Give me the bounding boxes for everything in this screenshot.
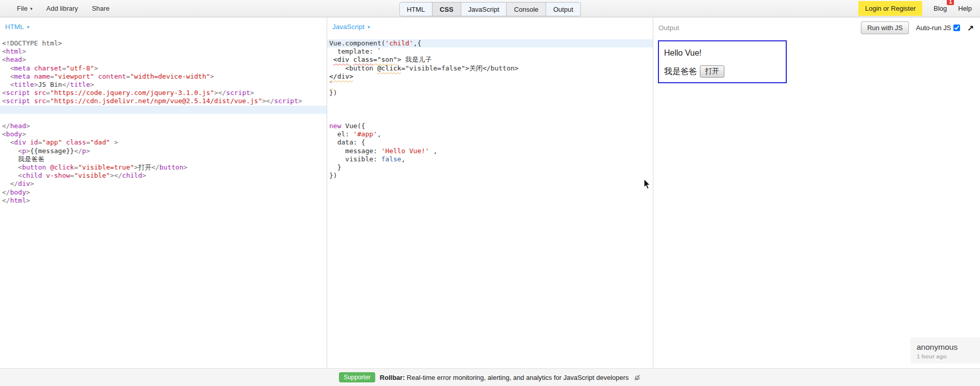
panel-tabs: HTMLCSSJavaScriptConsoleOutput xyxy=(399,2,581,16)
login-register-button[interactable]: Login or Register xyxy=(858,1,922,16)
code-line xyxy=(0,106,327,114)
code-line: new Vue({ xyxy=(327,122,653,130)
blog-link-label: Blog xyxy=(933,5,947,12)
output-header: Output Run with JS Auto-run JS ↗ xyxy=(653,17,980,34)
chevron-down-icon: ▾ xyxy=(30,6,33,11)
bin-timestamp: 1 hour ago xyxy=(917,353,974,359)
code-line: data: { xyxy=(327,138,653,147)
code-line xyxy=(327,106,653,114)
code-line: <meta charset="utf-8"> xyxy=(0,64,327,73)
panels-container: HTML ▾ <!DOCTYPE html><html><head> <meta… xyxy=(0,17,980,369)
html-editor[interactable]: <!DOCTYPE html><html><head> <meta charse… xyxy=(0,39,327,205)
bin-info-card: anonymous 1 hour ago xyxy=(910,337,980,364)
code-line: <div id="app" class="dad" > xyxy=(0,138,327,147)
javascript-panel: JavaScript ▾ Vue.component('child',{ tem… xyxy=(327,17,653,369)
code-line: ` xyxy=(327,81,653,89)
autorun-checkbox[interactable] xyxy=(953,25,960,31)
code-line: <button @click="visible=true">打开</button… xyxy=(0,163,327,172)
code-line: <body> xyxy=(0,130,327,138)
autorun-label: Auto-run JS xyxy=(916,24,951,32)
file-menu[interactable]: File ▾ xyxy=(17,5,32,12)
supporter-badge[interactable]: Supporter xyxy=(339,372,375,382)
output-preview-dad-box: Hello Vue! 我是爸爸 打开 xyxy=(658,40,787,83)
tab-css[interactable]: CSS xyxy=(432,3,461,16)
code-line: </div> xyxy=(0,180,327,188)
sponsor-ad-link[interactable]: Rollbar: Real-time error monitoring, ale… xyxy=(380,374,629,381)
chevron-down-icon: ▾ xyxy=(27,25,30,30)
code-line: <div class="son"> 我是儿子 xyxy=(327,56,653,64)
toolbar: File ▾ Add library Share HTMLCSSJavaScri… xyxy=(0,0,980,17)
code-line: <script src="https://code.jquery.com/jqu… xyxy=(0,89,327,97)
file-menu-label: File xyxy=(17,5,28,12)
code-line: el: '#app', xyxy=(327,130,653,138)
bin-author: anonymous xyxy=(917,343,974,352)
code-line: }) xyxy=(327,172,653,180)
code-line: <title>JS Bin</title> xyxy=(0,81,327,89)
sponsor-text: Real-time error monitoring, alerting, an… xyxy=(405,374,629,381)
code-line: <script src="https://cdn.jsdelivr.net/np… xyxy=(0,97,327,105)
blog-link[interactable]: Blog 1 xyxy=(933,5,947,12)
open-in-new-window-icon[interactable]: ↗ xyxy=(967,23,974,33)
code-line: <p>{{message}}</p> xyxy=(0,147,327,155)
output-panel: Output Run with JS Auto-run JS ↗ Hello V… xyxy=(653,17,980,369)
html-panel-title: HTML xyxy=(5,23,24,31)
code-line: <head> xyxy=(0,56,327,64)
code-line: message: 'Hello Vue!' , xyxy=(327,147,653,155)
output-panel-title: Output xyxy=(658,24,679,32)
sponsor-name: Rollbar: xyxy=(380,374,405,381)
code-line: <meta name="viewport" content="width=dev… xyxy=(0,73,327,81)
code-line: </head> xyxy=(0,122,327,130)
code-line xyxy=(327,114,653,122)
blog-badge: 1 xyxy=(947,0,954,5)
code-line: visible: false, xyxy=(327,155,653,163)
share-button[interactable]: Share xyxy=(92,5,110,12)
tab-html[interactable]: HTML xyxy=(400,3,432,16)
help-link[interactable]: Help xyxy=(958,5,972,12)
code-line: </body> xyxy=(0,188,327,197)
chevron-down-icon: ▾ xyxy=(368,25,370,30)
code-line: Vue.component('child',{ xyxy=(327,39,653,47)
code-line: </html> xyxy=(0,197,327,205)
javascript-panel-menu[interactable]: JavaScript ▾ xyxy=(327,17,653,31)
code-line: template: ` xyxy=(327,47,653,56)
code-line: <button @click="visible=false">关闭</butto… xyxy=(327,64,653,73)
output-message-text: Hello Vue! xyxy=(664,49,781,58)
run-with-js-button[interactable]: Run with JS xyxy=(861,21,908,34)
tab-output[interactable]: Output xyxy=(545,3,580,16)
output-dad-row: 我是爸爸 打开 xyxy=(664,65,781,78)
code-line xyxy=(0,114,327,122)
code-line xyxy=(327,97,653,105)
html-panel-menu[interactable]: HTML ▾ xyxy=(0,17,327,31)
output-controls: Run with JS Auto-run JS ↗ xyxy=(861,21,974,34)
html-panel: HTML ▾ <!DOCTYPE html><html><head> <meta… xyxy=(0,17,327,369)
code-line: 我是爸爸 xyxy=(0,155,327,163)
add-library-button[interactable]: Add library xyxy=(46,5,78,12)
javascript-panel-title: JavaScript xyxy=(332,23,364,31)
code-line: <child v-show="visible"></child> xyxy=(0,172,327,180)
code-line: }) xyxy=(327,89,653,97)
code-line: <!DOCTYPE html> xyxy=(0,39,327,47)
mute-ad-bell-icon[interactable] xyxy=(633,374,641,381)
toolbar-right: Login or Register Blog 1 Help xyxy=(858,1,972,16)
autorun-toggle: Auto-run JS xyxy=(916,24,961,32)
code-line: <html> xyxy=(0,47,327,56)
javascript-editor[interactable]: Vue.component('child',{ template: ` <div… xyxy=(327,39,653,180)
tab-javascript[interactable]: JavaScript xyxy=(461,3,507,16)
toolbar-left: File ▾ Add library Share xyxy=(17,5,109,12)
code-line: </div> xyxy=(327,73,653,81)
code-line: } xyxy=(327,163,653,172)
tab-console[interactable]: Console xyxy=(507,3,546,16)
output-dad-text: 我是爸爸 xyxy=(664,66,697,77)
output-open-button[interactable]: 打开 xyxy=(700,65,724,78)
footer-bar: Supporter Rollbar: Real-time error monit… xyxy=(0,368,980,386)
